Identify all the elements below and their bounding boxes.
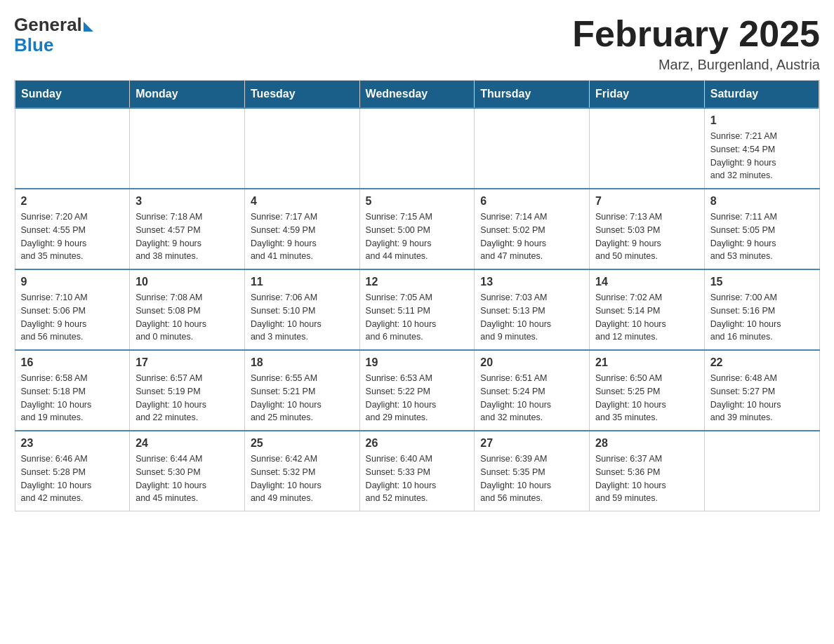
calendar-cell: 28Sunrise: 6:37 AMSunset: 5:36 PMDayligh…	[590, 431, 705, 511]
day-number: 26	[366, 437, 469, 450]
day-number: 24	[135, 437, 239, 450]
day-info: Sunrise: 7:11 AMSunset: 5:05 PMDaylight:…	[710, 210, 814, 263]
day-number: 3	[135, 195, 239, 208]
day-info: Sunrise: 6:42 AMSunset: 5:32 PMDaylight:…	[251, 452, 354, 505]
day-info: Sunrise: 7:03 AMSunset: 5:13 PMDaylight:…	[480, 291, 583, 344]
day-number: 25	[251, 437, 354, 450]
day-number: 15	[710, 276, 814, 288]
calendar-cell: 20Sunrise: 6:51 AMSunset: 5:24 PMDayligh…	[475, 350, 590, 431]
weekday-header-tuesday: Tuesday	[244, 81, 359, 109]
day-number: 28	[595, 437, 699, 450]
calendar-cell: 9Sunrise: 7:10 AMSunset: 5:06 PMDaylight…	[15, 269, 130, 350]
calendar-week-4: 16Sunrise: 6:58 AMSunset: 5:18 PMDayligh…	[15, 350, 819, 431]
day-info: Sunrise: 7:00 AMSunset: 5:16 PMDaylight:…	[710, 291, 814, 344]
calendar-cell: 15Sunrise: 7:00 AMSunset: 5:16 PMDayligh…	[704, 269, 819, 350]
day-info: Sunrise: 7:08 AMSunset: 5:08 PMDaylight:…	[135, 291, 239, 344]
calendar-cell: 1Sunrise: 7:21 AMSunset: 4:54 PMDaylight…	[704, 108, 819, 189]
weekday-header-wednesday: Wednesday	[359, 81, 475, 109]
calendar-cell	[130, 108, 245, 189]
day-info: Sunrise: 7:14 AMSunset: 5:02 PMDaylight:…	[480, 210, 583, 263]
day-info: Sunrise: 6:51 AMSunset: 5:24 PMDaylight:…	[480, 372, 583, 424]
day-number: 2	[21, 195, 124, 208]
day-number: 14	[595, 276, 699, 288]
calendar-cell: 14Sunrise: 7:02 AMSunset: 5:14 PMDayligh…	[590, 269, 705, 350]
weekday-header-row: SundayMondayTuesdayWednesdayThursdayFrid…	[15, 81, 819, 109]
calendar-cell	[15, 108, 130, 189]
calendar-cell: 7Sunrise: 7:13 AMSunset: 5:03 PMDaylight…	[590, 189, 705, 269]
calendar-cell: 5Sunrise: 7:15 AMSunset: 5:00 PMDaylight…	[359, 189, 475, 269]
day-number: 7	[595, 195, 699, 208]
day-info: Sunrise: 6:53 AMSunset: 5:22 PMDaylight:…	[366, 372, 469, 424]
day-number: 20	[480, 356, 583, 369]
calendar-cell: 18Sunrise: 6:55 AMSunset: 5:21 PMDayligh…	[244, 350, 359, 431]
calendar-cell: 17Sunrise: 6:57 AMSunset: 5:19 PMDayligh…	[130, 350, 245, 431]
calendar-cell: 13Sunrise: 7:03 AMSunset: 5:13 PMDayligh…	[475, 269, 590, 350]
calendar-cell	[704, 431, 819, 511]
weekday-header-monday: Monday	[130, 81, 245, 109]
day-number: 16	[21, 356, 124, 369]
day-number: 27	[480, 437, 583, 450]
calendar-cell: 3Sunrise: 7:18 AMSunset: 4:57 PMDaylight…	[130, 189, 245, 269]
calendar-cell	[359, 108, 475, 189]
day-number: 11	[251, 276, 354, 288]
logo: General Blue	[14, 14, 93, 56]
day-number: 21	[595, 356, 699, 369]
logo-blue: Blue	[14, 34, 53, 56]
day-info: Sunrise: 7:21 AMSunset: 4:54 PMDaylight:…	[710, 130, 814, 182]
day-info: Sunrise: 7:10 AMSunset: 5:06 PMDaylight:…	[21, 291, 124, 344]
location: Marz, Burgenland, Austria	[572, 57, 820, 73]
calendar: SundayMondayTuesdayWednesdayThursdayFrid…	[14, 80, 820, 511]
calendar-cell: 12Sunrise: 7:05 AMSunset: 5:11 PMDayligh…	[359, 269, 475, 350]
day-number: 4	[251, 195, 354, 208]
weekday-header-saturday: Saturday	[704, 81, 819, 109]
calendar-cell: 19Sunrise: 6:53 AMSunset: 5:22 PMDayligh…	[359, 350, 475, 431]
calendar-cell	[590, 108, 705, 189]
calendar-cell	[475, 108, 590, 189]
day-info: Sunrise: 6:46 AMSunset: 5:28 PMDaylight:…	[21, 452, 124, 505]
calendar-cell: 24Sunrise: 6:44 AMSunset: 5:30 PMDayligh…	[130, 431, 245, 511]
weekday-header-sunday: Sunday	[15, 81, 130, 109]
calendar-cell: 2Sunrise: 7:20 AMSunset: 4:55 PMDaylight…	[15, 189, 130, 269]
day-number: 5	[366, 195, 469, 208]
day-number: 13	[480, 276, 583, 288]
weekday-header-thursday: Thursday	[475, 81, 590, 109]
day-number: 19	[366, 356, 469, 369]
day-number: 8	[710, 195, 814, 208]
day-number: 23	[21, 437, 124, 450]
day-info: Sunrise: 6:48 AMSunset: 5:27 PMDaylight:…	[710, 372, 814, 424]
title-section: February 2025 Marz, Burgenland, Austria	[572, 14, 820, 73]
day-number: 18	[251, 356, 354, 369]
calendar-week-3: 9Sunrise: 7:10 AMSunset: 5:06 PMDaylight…	[15, 269, 819, 350]
day-info: Sunrise: 6:44 AMSunset: 5:30 PMDaylight:…	[135, 452, 239, 505]
calendar-cell: 25Sunrise: 6:42 AMSunset: 5:32 PMDayligh…	[244, 431, 359, 511]
day-info: Sunrise: 7:15 AMSunset: 5:00 PMDaylight:…	[366, 210, 469, 263]
logo-arrow-icon	[84, 22, 93, 32]
calendar-cell: 23Sunrise: 6:46 AMSunset: 5:28 PMDayligh…	[15, 431, 130, 511]
calendar-cell: 4Sunrise: 7:17 AMSunset: 4:59 PMDaylight…	[244, 189, 359, 269]
day-info: Sunrise: 6:58 AMSunset: 5:18 PMDaylight:…	[21, 372, 124, 424]
calendar-week-5: 23Sunrise: 6:46 AMSunset: 5:28 PMDayligh…	[15, 431, 819, 511]
logo-general: General	[14, 14, 82, 36]
calendar-cell: 21Sunrise: 6:50 AMSunset: 5:25 PMDayligh…	[590, 350, 705, 431]
calendar-week-1: 1Sunrise: 7:21 AMSunset: 4:54 PMDaylight…	[15, 108, 819, 189]
day-info: Sunrise: 6:40 AMSunset: 5:33 PMDaylight:…	[366, 452, 469, 505]
calendar-cell: 26Sunrise: 6:40 AMSunset: 5:33 PMDayligh…	[359, 431, 475, 511]
day-info: Sunrise: 7:02 AMSunset: 5:14 PMDaylight:…	[595, 291, 699, 344]
calendar-cell: 16Sunrise: 6:58 AMSunset: 5:18 PMDayligh…	[15, 350, 130, 431]
day-info: Sunrise: 6:50 AMSunset: 5:25 PMDaylight:…	[595, 372, 699, 424]
calendar-cell	[244, 108, 359, 189]
day-info: Sunrise: 6:55 AMSunset: 5:21 PMDaylight:…	[251, 372, 354, 424]
calendar-cell: 11Sunrise: 7:06 AMSunset: 5:10 PMDayligh…	[244, 269, 359, 350]
day-info: Sunrise: 7:05 AMSunset: 5:11 PMDaylight:…	[366, 291, 469, 344]
day-info: Sunrise: 7:13 AMSunset: 5:03 PMDaylight:…	[595, 210, 699, 263]
page-header: General Blue February 2025 Marz, Burgenl…	[14, 14, 820, 73]
day-number: 17	[135, 356, 239, 369]
calendar-cell: 6Sunrise: 7:14 AMSunset: 5:02 PMDaylight…	[475, 189, 590, 269]
day-info: Sunrise: 7:17 AMSunset: 4:59 PMDaylight:…	[251, 210, 354, 263]
day-info: Sunrise: 7:20 AMSunset: 4:55 PMDaylight:…	[21, 210, 124, 263]
calendar-cell: 27Sunrise: 6:39 AMSunset: 5:35 PMDayligh…	[475, 431, 590, 511]
day-info: Sunrise: 6:57 AMSunset: 5:19 PMDaylight:…	[135, 372, 239, 424]
day-info: Sunrise: 7:06 AMSunset: 5:10 PMDaylight:…	[251, 291, 354, 344]
day-number: 1	[710, 114, 814, 127]
calendar-cell: 8Sunrise: 7:11 AMSunset: 5:05 PMDaylight…	[704, 189, 819, 269]
